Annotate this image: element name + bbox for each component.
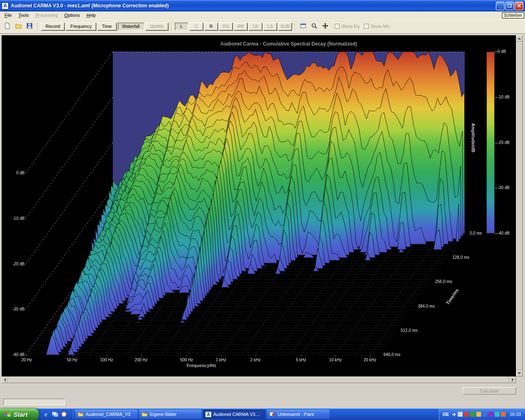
show-mic-checkbox[interactable]: Show Mic (364, 24, 390, 29)
volume-icon[interactable] (452, 412, 457, 417)
frequency-button[interactable]: Frequency (66, 23, 96, 30)
taskbar-divider (72, 410, 73, 419)
plot-area: Audionet Carma - Cumulative Spectral Dec… (2, 35, 516, 377)
clock[interactable]: 16:33 (509, 412, 521, 417)
taskbar: Start e Audionet_CARMA_V3Eigene BilderAA… (0, 409, 525, 420)
task-label: Audionet_CARMA_V3 (86, 412, 130, 417)
scroll-up-button[interactable] (516, 35, 523, 42)
menu-item-help[interactable]: Help (84, 12, 99, 18)
report-window-button[interactable] (298, 21, 308, 31)
menu-item-tools[interactable]: Tools (16, 12, 32, 18)
scroll-left-button[interactable] (2, 377, 8, 383)
channel-r-button[interactable]: R (204, 23, 218, 30)
new-file-button[interactable] (2, 21, 12, 31)
app-icon: A (205, 412, 211, 417)
checkbox-label: Show Eq (341, 24, 359, 29)
vertical-scroll-thumb[interactable] (516, 42, 523, 370)
scroll-right-button[interactable] (509, 377, 516, 383)
task-button[interactable]: Eigene Bilder (139, 410, 201, 419)
task-button[interactable]: Unbenannt - Paint (267, 410, 329, 419)
task-buttons: Audionet_CARMA_V3Eigene BilderAAudionet … (74, 410, 330, 419)
new-file-icon (4, 23, 11, 30)
firewall-icon[interactable] (501, 412, 506, 417)
report-window-icon (300, 23, 306, 30)
calculate-button[interactable]: Calculate (463, 387, 516, 395)
task-label: Eigene Bilder (150, 412, 176, 417)
status-box (3, 399, 65, 405)
channel-lb-button[interactable]: LB (249, 23, 262, 30)
open-file-button[interactable] (14, 21, 23, 31)
waterfall-canvas[interactable] (2, 35, 516, 377)
display-icon[interactable] (458, 412, 463, 417)
start-label: Start (14, 411, 27, 418)
show-eq-checkbox[interactable]: Show Eq (335, 24, 359, 29)
channel-c-button[interactable]: C (189, 23, 203, 30)
horizontal-scrollbar[interactable] (2, 377, 516, 383)
menu-item-options[interactable]: Options (62, 12, 83, 18)
channel-sub-button[interactable]: SUB (278, 23, 292, 30)
folder-icon (78, 411, 84, 418)
scheduler-icon[interactable] (495, 412, 500, 417)
horizontal-scroll-thumb[interactable] (8, 377, 509, 383)
task-label: Unbenannt - Paint (278, 412, 314, 417)
toolbar-separator (294, 22, 295, 31)
menubar: FileToolsProcessingOptionsHelp (0, 11, 525, 19)
toolbar-separator (37, 22, 38, 31)
media-player-icon[interactable] (60, 411, 68, 418)
vertical-scrollbar[interactable] (516, 35, 523, 377)
channel-rs-button[interactable]: RS (219, 23, 233, 30)
quick-launch: e (39, 411, 71, 418)
maximize-button[interactable]: ❐ (505, 2, 514, 10)
minimize-button[interactable]: _ (496, 2, 504, 10)
scroll-down-button[interactable] (516, 370, 523, 377)
messenger-icon[interactable] (482, 412, 487, 417)
internet-explorer-icon[interactable]: e (42, 411, 50, 418)
opwin-button[interactable]: OpWin (146, 23, 169, 30)
menu-item-file[interactable]: File (2, 12, 15, 18)
save-file-icon (26, 23, 33, 30)
language-indicator[interactable]: DE (443, 412, 449, 417)
antivirus-icon[interactable] (464, 412, 469, 417)
zoom-button[interactable] (309, 21, 319, 31)
network-icon[interactable] (476, 412, 481, 417)
time-button[interactable]: Time (97, 23, 116, 30)
menu-item-processing[interactable]: Processing (32, 12, 60, 18)
channel-rb-button[interactable]: RB (234, 23, 247, 30)
paint-icon (269, 411, 276, 418)
close-button[interactable]: ✕ (515, 2, 523, 10)
desktop: { "window": { "title": "Audionet CARMA V… (0, 0, 525, 420)
zoom-icon (311, 23, 317, 30)
titlebar: A Audionet CARMA V3.0 - mes1.amf (Microp… (0, 0, 525, 11)
window-title: Audionet CARMA V3.0 - mes1.amf (Micropho… (11, 3, 496, 9)
save-file-button[interactable] (25, 21, 34, 31)
open-file-icon (15, 23, 22, 30)
checkbox-label: Show Mic (370, 24, 390, 29)
move-icon (322, 23, 329, 30)
system-tray: DE 16:33 (439, 409, 525, 420)
updates-icon[interactable] (488, 412, 493, 417)
window-icon[interactable]: A (2, 2, 9, 9)
channel-ls-button[interactable]: LS (263, 23, 277, 30)
record-button[interactable]: Record (41, 23, 64, 30)
windows-flag-icon (3, 411, 11, 418)
toolbar-separator (171, 22, 172, 31)
channel-l-button[interactable]: L (175, 23, 188, 30)
tray-icons (452, 412, 506, 417)
checkbox-box[interactable] (364, 24, 369, 29)
graphics-icon[interactable] (470, 412, 475, 417)
show-desktop-icon[interactable] (51, 411, 59, 418)
scrollbar-corner (516, 377, 523, 383)
move-button[interactable] (320, 21, 330, 31)
task-button[interactable]: Audionet_CARMA_V3 (75, 410, 137, 419)
close-tooltip: Schließen (502, 12, 524, 18)
checkbox-box[interactable] (335, 24, 340, 29)
task-label: Audionet CARMA V3.... (213, 412, 260, 417)
waterfall-button[interactable]: Waterfall (118, 23, 144, 30)
task-button[interactable]: AAudionet CARMA V3.... (203, 410, 265, 419)
start-button[interactable]: Start (0, 409, 39, 420)
folder-icon (142, 411, 148, 418)
toolbar: RecordFrequencyTimeWaterfallOpWinLCRRSRB… (0, 19, 525, 34)
